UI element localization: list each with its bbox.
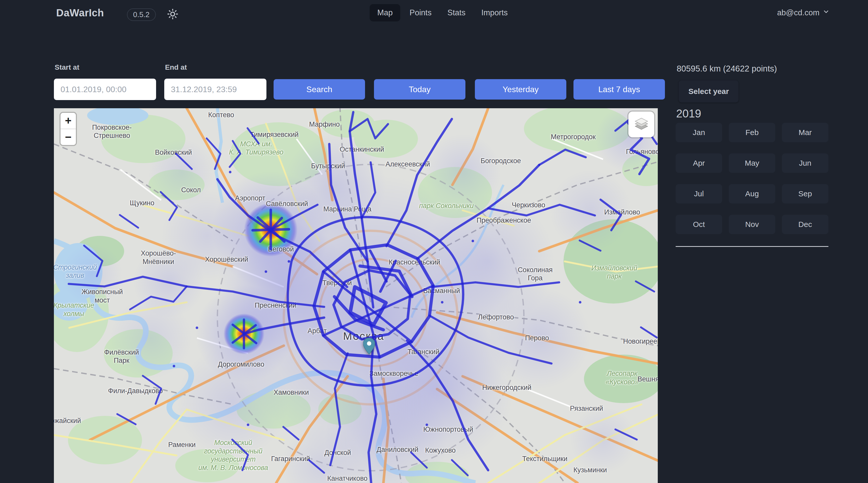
search-button[interactable]: Search <box>274 79 365 100</box>
app-logo: DaWarIch <box>56 7 104 19</box>
month-grid: JanFebMarAprMayJunJulAugSepOctNovDec <box>676 123 828 234</box>
last-7-days-button[interactable]: Last 7 days <box>574 79 665 100</box>
month-button[interactable]: Aug <box>729 184 775 203</box>
version-badge: 0.5.2 <box>127 8 156 21</box>
month-button[interactable]: May <box>729 154 775 173</box>
map[interactable]: КоптевоМарфиноПокровское- СтрешневоТимир… <box>54 108 658 483</box>
main-nav: MapPointsStatsImports <box>370 4 515 22</box>
map-layers-button[interactable] <box>628 111 654 137</box>
map-marker[interactable] <box>363 337 375 355</box>
distance-stats: 80595.6 km (24622 points) <box>677 64 777 73</box>
sun-icon <box>167 8 178 21</box>
nav-tab[interactable]: Points <box>403 4 438 22</box>
layers-icon <box>633 117 649 132</box>
month-button[interactable]: Jan <box>676 123 722 142</box>
nav-tab[interactable]: Imports <box>475 4 514 22</box>
month-button[interactable]: Feb <box>729 123 775 142</box>
month-button[interactable]: Nov <box>729 215 775 234</box>
yesterday-button[interactable]: Yesterday <box>475 79 566 100</box>
end-at-label: End at <box>165 63 187 71</box>
map-zoom-control: + − <box>61 113 76 145</box>
user-email: ab@cd.com <box>777 8 819 18</box>
month-button[interactable]: Mar <box>782 123 828 142</box>
user-menu[interactable]: ab@cd.com <box>777 8 830 18</box>
nav-tab[interactable]: Map <box>370 4 400 22</box>
start-at-label: Start at <box>55 63 79 71</box>
sidebar-divider <box>676 246 828 247</box>
month-button[interactable]: Jun <box>782 154 828 173</box>
month-button[interactable]: Jul <box>676 184 722 203</box>
today-button[interactable]: Today <box>374 79 465 100</box>
start-at-input[interactable] <box>54 78 156 100</box>
nav-tab[interactable]: Stats <box>441 4 472 22</box>
year-heading: 2019 <box>676 107 701 120</box>
theme-toggle-button[interactable] <box>166 8 179 21</box>
zoom-in-button[interactable]: + <box>61 113 76 129</box>
gps-tracks <box>54 108 658 483</box>
end-at-input[interactable] <box>164 78 267 100</box>
month-button[interactable]: Sep <box>782 184 828 203</box>
zoom-out-button[interactable]: − <box>61 129 76 145</box>
chevron-down-icon <box>823 8 830 18</box>
month-button[interactable]: Oct <box>676 215 722 234</box>
month-button[interactable]: Dec <box>782 215 828 234</box>
select-year-button[interactable]: Select year <box>678 80 739 103</box>
month-button[interactable]: Apr <box>676 154 722 173</box>
